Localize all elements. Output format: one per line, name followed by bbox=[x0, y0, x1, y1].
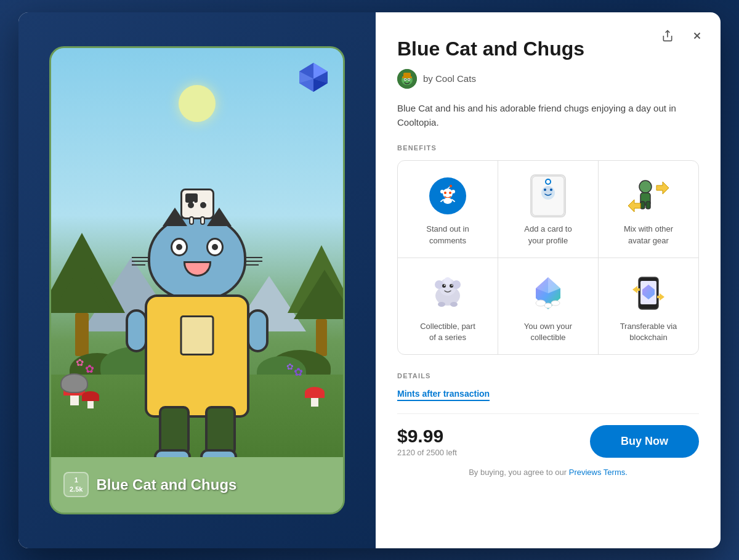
flower-right2: ✿ bbox=[294, 365, 303, 379]
add-card-icon bbox=[527, 174, 570, 217]
benefit-own-collectible-label: You own yourcollectible bbox=[524, 321, 572, 343]
left-panel: ✿ ✿ ✿ ✿ bbox=[18, 12, 376, 548]
svg-point-46 bbox=[450, 284, 453, 288]
svg-point-49 bbox=[438, 302, 445, 307]
shirt-pocket bbox=[180, 315, 214, 355]
creator-avatar bbox=[397, 69, 417, 89]
sun bbox=[179, 85, 216, 122]
svg-point-55 bbox=[544, 303, 552, 308]
chugs-character bbox=[180, 189, 214, 219]
benefit-own-collectible: You own yourcollectible bbox=[498, 258, 599, 354]
benefit-collectible-series: Collectible, partof a series bbox=[398, 258, 498, 354]
share-button[interactable] bbox=[656, 25, 679, 47]
svg-point-36 bbox=[639, 181, 652, 193]
cat-whiskers-right bbox=[245, 257, 262, 266]
benefit-mix-gear-label: Mix with otheravatar gear bbox=[624, 224, 673, 246]
flower-left: ✿ bbox=[76, 357, 84, 368]
cat-legs bbox=[157, 406, 237, 465]
benefit-blockchain-label: Transferable viablockchain bbox=[620, 321, 677, 343]
mushroom-left2 bbox=[82, 391, 99, 408]
svg-rect-39 bbox=[646, 201, 650, 209]
flower-right: ✿ bbox=[286, 362, 294, 371]
cat-face bbox=[171, 238, 224, 277]
benefit-collectible-series-label: Collectible, partof a series bbox=[420, 321, 475, 343]
svg-point-20 bbox=[440, 190, 444, 193]
cat-head bbox=[148, 214, 246, 301]
svg-point-21 bbox=[451, 190, 455, 193]
svg-rect-13 bbox=[402, 76, 412, 78]
character bbox=[145, 189, 249, 418]
terms-text: By buying, you agree to our Previews Ter… bbox=[397, 463, 699, 477]
card-badge: 1 2.5k bbox=[63, 472, 89, 497]
cat-arm-right bbox=[247, 309, 269, 352]
terms-prefix: By buying, you agree to our bbox=[469, 468, 569, 477]
svg-point-47 bbox=[444, 285, 445, 286]
price-info: $9.99 2120 of 2500 left bbox=[397, 426, 457, 457]
cat-mouth bbox=[184, 261, 211, 277]
svg-point-25 bbox=[450, 185, 452, 187]
card-scene: ✿ ✿ ✿ ✿ bbox=[51, 48, 343, 467]
cat-eyes bbox=[171, 238, 224, 256]
mints-badge[interactable]: Mints after transaction bbox=[397, 389, 490, 401]
own-collectible-icon bbox=[527, 272, 570, 315]
benefit-blockchain: Transferable viablockchain bbox=[599, 258, 698, 354]
product-title: Blue Cat and Chugs bbox=[397, 37, 699, 60]
svg-point-31 bbox=[543, 186, 553, 196]
product-description: Blue Cat and his and his adorable friend… bbox=[397, 101, 699, 130]
benefits-row-2: Collectible, partof a series bbox=[398, 258, 698, 354]
close-button[interactable] bbox=[686, 25, 708, 47]
stand-out-icon bbox=[426, 174, 469, 217]
right-panel: Blue Cat and Chugs bbox=[376, 12, 721, 548]
svg-point-35 bbox=[546, 180, 550, 184]
svg-point-16 bbox=[405, 79, 406, 80]
rock bbox=[60, 373, 88, 393]
benefit-add-card-label: Add a card toyour profile bbox=[524, 224, 571, 246]
benefit-add-card: Add a card toyour profile bbox=[498, 161, 599, 257]
badge-top-number: 1 bbox=[70, 476, 83, 484]
benefit-stand-out: Stand out incomments bbox=[398, 161, 498, 257]
svg-rect-38 bbox=[640, 201, 645, 209]
nft-card: ✿ ✿ ✿ ✿ bbox=[49, 46, 345, 514]
buy-now-button[interactable]: Buy Now bbox=[590, 425, 699, 458]
card-title: Blue Cat and Chugs bbox=[96, 476, 236, 493]
svg-point-23 bbox=[449, 192, 451, 194]
stock-current: 2120 bbox=[397, 448, 415, 457]
benefits-section-label: BENEFITS bbox=[397, 144, 699, 152]
details-section-label: DETAILS bbox=[397, 372, 699, 379]
stock-info: 2120 of 2500 left bbox=[397, 448, 457, 457]
creator-name: by Cool Cats bbox=[423, 73, 476, 84]
svg-point-33 bbox=[550, 189, 552, 191]
terms-link[interactable]: Previews Terms. bbox=[569, 468, 628, 477]
svg-point-42 bbox=[435, 280, 443, 289]
mushroom-right bbox=[305, 387, 325, 407]
price-display: $9.99 bbox=[397, 426, 457, 447]
cat-body bbox=[145, 294, 249, 418]
cat-whiskers-left bbox=[132, 257, 149, 266]
cat-arm-left bbox=[126, 309, 147, 352]
svg-point-45 bbox=[442, 284, 446, 288]
svg-point-32 bbox=[544, 189, 546, 191]
svg-point-44 bbox=[444, 277, 451, 285]
nft-gem-icon bbox=[297, 60, 331, 94]
card-bottom-info: 1 2.5k Blue Cat and Chugs bbox=[51, 457, 343, 513]
blockchain-icon bbox=[627, 272, 670, 315]
details-section: DETAILS Mints after transaction bbox=[397, 372, 699, 401]
benefits-row-1: Stand out incomments bbox=[398, 161, 698, 258]
svg-point-17 bbox=[408, 79, 410, 80]
badge-bottom-number: 2.5k bbox=[70, 485, 83, 493]
svg-point-50 bbox=[450, 302, 458, 307]
modal: ✿ ✿ ✿ ✿ bbox=[18, 12, 721, 548]
benefit-mix-gear: Mix with otheravatar gear bbox=[599, 161, 698, 257]
svg-point-56 bbox=[551, 301, 560, 306]
creator-name-text: Cool Cats bbox=[435, 73, 476, 84]
header-actions bbox=[656, 25, 708, 47]
benefits-grid: Stand out incomments bbox=[397, 160, 699, 355]
benefit-stand-out-label: Stand out incomments bbox=[426, 224, 469, 246]
collectible-series-icon bbox=[426, 272, 469, 315]
svg-point-26 bbox=[443, 198, 452, 204]
svg-point-22 bbox=[444, 192, 446, 194]
mix-gear-icon bbox=[627, 174, 670, 217]
creator-row: by Cool Cats bbox=[397, 69, 699, 89]
stock-label: of 2500 left bbox=[418, 448, 457, 457]
purchase-bar: $9.99 2120 of 2500 left Buy Now bbox=[397, 413, 699, 463]
